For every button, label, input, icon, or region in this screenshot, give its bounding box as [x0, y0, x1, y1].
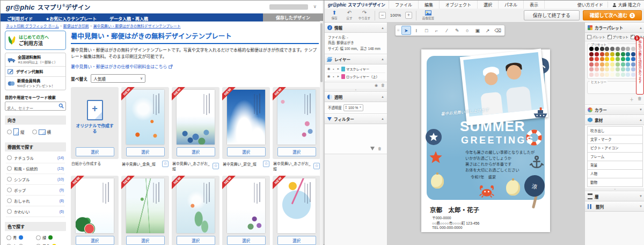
select-button[interactable]: 選択 — [227, 147, 266, 156]
trash-icon[interactable]: 🗑 — [378, 147, 382, 150]
color-swatch[interactable] — [610, 57, 614, 61]
color-swatch[interactable] — [626, 62, 630, 67]
color-swatch[interactable] — [605, 47, 609, 51]
collapse-button[interactable]: ▲ — [381, 26, 384, 30]
color-swatch[interactable] — [626, 67, 630, 71]
beginner-guide-box[interactable]: はじめての方へ ご利用方法 — [5, 31, 66, 50]
opacity-input[interactable]: ▲▼100 %▼ — [343, 104, 363, 111]
tool-button[interactable]: ○ — [463, 26, 472, 35]
nav-item[interactable]: ★お気に入りテンプレート — [39, 17, 103, 21]
color-swatch[interactable] — [610, 67, 614, 71]
color-swatch[interactable] — [610, 62, 614, 67]
template-card[interactable]: NEW 選択 — [273, 176, 320, 245]
lock-icon[interactable]: ▪ — [332, 75, 335, 78]
gallery-scrollbar[interactable] — [320, 21, 323, 245]
color-swatch[interactable] — [600, 57, 604, 61]
select-button[interactable]: 選択 — [76, 236, 114, 245]
tool-button[interactable]: ↗ — [483, 26, 493, 35]
color-swatch[interactable] — [610, 52, 614, 56]
mood-filter-item[interactable]: ナチュラル(14) — [6, 153, 65, 163]
color-swatch[interactable] — [626, 73, 630, 77]
color-swatch[interactable] — [589, 62, 594, 67]
add-icon[interactable]: ＋ — [630, 96, 634, 102]
tool-button[interactable]: ⌐ — [432, 26, 442, 35]
color-swatch[interactable] — [589, 57, 594, 61]
nav-item[interactable]: ご利用ガイド — [1, 17, 39, 21]
select-button[interactable]: 選択 — [277, 147, 316, 156]
color-swatch[interactable] — [631, 52, 635, 56]
select-button[interactable]: 選択 — [227, 236, 266, 245]
layer-row[interactable]: ◉ ▪ ▸ ロックレイヤー（上） — [326, 73, 385, 81]
mood-filter-item[interactable]: 和風・伝統的(13) — [6, 163, 65, 174]
color-swatch[interactable] — [621, 67, 625, 71]
favorite-star-button[interactable]: ☆ — [313, 163, 320, 169]
color-swatch[interactable] — [595, 73, 599, 77]
color-swatch[interactable] — [631, 57, 635, 61]
select-button[interactable]: 選択 — [277, 236, 316, 245]
color-swatch[interactable] — [626, 52, 630, 56]
color-swatch[interactable] — [616, 52, 620, 56]
material-category-item[interactable]: 背景 — [587, 161, 643, 169]
undo-button[interactable]: ↶戻す — [343, 9, 356, 22]
create-original-card[interactable]: オリジナルで作成する 選択 — [71, 87, 119, 159]
orientation-portrait[interactable]: 縦 — [7, 128, 25, 135]
color-swatch[interactable] — [616, 67, 620, 71]
color-swatch[interactable] — [621, 73, 625, 77]
select-button[interactable]: 選択 — [177, 147, 215, 156]
template-card[interactable]: NEW 選択 — [222, 87, 270, 159]
tool-button[interactable]: □ — [422, 26, 431, 35]
tool-button[interactable]: ➤ — [401, 26, 411, 35]
template-card[interactable]: NEW 選択 — [121, 176, 169, 245]
template-card[interactable]: NEW 選択 — [121, 87, 169, 159]
filter-add-icon[interactable] — [370, 147, 375, 150]
material-category-item[interactable]: フレーム — [587, 152, 643, 161]
color-swatch[interactable] — [595, 57, 599, 61]
redo-button[interactable]: ↷やり直す — [358, 9, 371, 22]
save-button[interactable]: ⬆保存 — [328, 9, 341, 22]
mood-filter-item[interactable]: かわいい(6) — [6, 206, 65, 217]
material-category-item[interactable]: 人物 — [587, 169, 643, 178]
favorite-star-button[interactable]: ☆ — [213, 163, 219, 169]
color-swatch[interactable] — [616, 62, 620, 67]
postcard-design[interactable]: 暑中お見舞い申し上げます SUMMER GREETINGS 今年も暑さの厳しい季… — [421, 49, 550, 232]
visibility-eye-icon[interactable]: ◉ — [327, 74, 331, 78]
menu-item[interactable]: パネル — [499, 1, 524, 9]
collapse-button[interactable]: ▲ — [381, 117, 384, 120]
color-swatch[interactable] — [616, 47, 620, 51]
select-button[interactable]: 選択 — [76, 147, 114, 156]
account-menu[interactable] — [269, 4, 308, 10]
user-menu[interactable]: 大峰 隆之介 — [608, 2, 641, 8]
tool-button[interactable]: ▣ — [473, 26, 482, 35]
color-swatch[interactable] — [605, 52, 609, 56]
menu-item[interactable]: 選択 — [478, 1, 499, 9]
palette-checkbox[interactable]: パレット — [587, 34, 605, 39]
color-swatch[interactable] — [605, 67, 609, 71]
collapse-button[interactable]: ▼ — [639, 108, 642, 111]
zoom-out-button[interactable]: − — [379, 12, 386, 19]
menu-item[interactable]: 表示 — [524, 1, 545, 9]
saved-designs-button[interactable]: 保存したデザイン — [263, 13, 323, 21]
eye-icon[interactable]: ◉ — [375, 83, 378, 88]
confirm-next-button[interactable]: 確認して次へ進む1 — [583, 10, 642, 20]
color-swatch[interactable] — [595, 52, 599, 56]
material-category-item[interactable]: 文字・マーク — [587, 135, 643, 143]
color-swatch[interactable] — [631, 47, 635, 51]
color-swatch[interactable] — [621, 62, 625, 67]
orientation-landscape[interactable]: 横 — [32, 128, 52, 135]
save-and-exit-button[interactable]: 保存して終了する — [524, 10, 580, 20]
color-swatch[interactable] — [616, 57, 620, 61]
color-swatch[interactable] — [600, 67, 604, 71]
color-swatch[interactable] — [631, 67, 635, 71]
sort-select[interactable]: 人気順∨ — [91, 74, 145, 83]
trash-icon[interactable]: 🗑 — [638, 96, 642, 102]
menu-item[interactable]: ファイル — [389, 1, 419, 9]
color-swatch[interactable] — [595, 67, 599, 71]
editor-canvas[interactable]: ≡ ➤I□⌐∕✎○▣↗⌫ — [387, 23, 585, 245]
color-swatch[interactable] — [589, 67, 594, 71]
favorite-star-button[interactable]: ☆ — [162, 161, 169, 167]
palette-checkbox[interactable]: プリセット — [608, 34, 628, 39]
collapse-button[interactable]: ▲ — [381, 95, 384, 98]
template-card[interactable]: NEW 選択 — [71, 176, 119, 245]
layer-row[interactable]: ◉ ▪ ▸ マスクレイヤー — [326, 66, 385, 73]
tool-button[interactable]: I — [412, 26, 421, 35]
